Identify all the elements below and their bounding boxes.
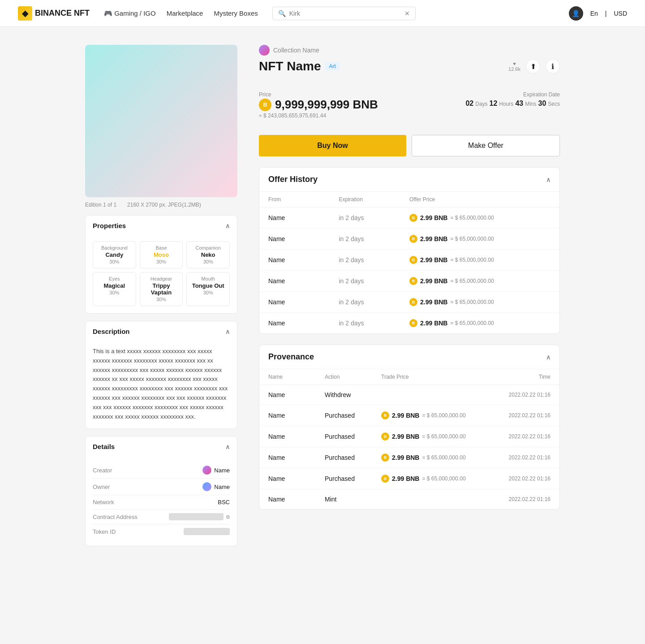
description-chevron: ∧ xyxy=(225,328,230,335)
offer-from: Name xyxy=(268,235,339,242)
offer-history-title: Offer History xyxy=(268,175,318,184)
nft-title-row: NFT Name Art ♥ 12.6k ⬆ ℹ xyxy=(259,59,560,73)
prop-rarity: 30% xyxy=(191,259,225,264)
nft-title: NFT Name xyxy=(259,59,321,73)
prov-time: 2022.02.22 01:16 xyxy=(494,496,550,502)
col-offer-price: Offer Price xyxy=(409,196,550,203)
nav-marketplace[interactable]: Marketplace xyxy=(167,9,203,17)
offer-expiration: in 2 days xyxy=(339,214,410,221)
offer-from: Name xyxy=(268,277,339,285)
description-header[interactable]: Description ∧ xyxy=(86,321,237,341)
bnb-icon-sm: B xyxy=(409,214,417,222)
nav-mystery[interactable]: Mystery Boxes xyxy=(214,9,258,17)
creator-avatar xyxy=(202,466,211,475)
prov-action: Purchased xyxy=(325,454,381,461)
search-input[interactable] xyxy=(289,10,401,17)
offer-bnb: 2.99 BNB xyxy=(420,235,447,242)
provenance-header[interactable]: Provenance ∧ xyxy=(259,345,559,369)
bnb-icon-sm: B xyxy=(409,235,417,243)
network-label: Network xyxy=(93,499,114,506)
nav-gaming[interactable]: 🎮 Gaming / IGO xyxy=(104,9,156,17)
share-button[interactable]: ⬆ xyxy=(526,59,540,73)
offer-table-body: Name in 2 days B 2.99 BNB = $ 65,000,000… xyxy=(259,207,559,333)
prov-price: B 2.99 BNB = $ 65,000,000.00 xyxy=(381,454,494,462)
prov-price: B 2.99 BNB = $ 65,000,000.00 xyxy=(381,432,494,441)
offer-row: Name in 2 days B 2.99 BNB = $ 65,000,000… xyxy=(259,207,559,229)
offer-usd: = $ 65,000,000.00 xyxy=(450,278,494,284)
network-value: BSC xyxy=(218,499,230,506)
make-offer-button[interactable]: Make Offer xyxy=(412,135,560,156)
price-section: Price B 9,999,999,999 BNB ≈ $ 243,085,65… xyxy=(259,82,560,126)
prov-col-time: Time xyxy=(494,374,550,380)
owner-avatar xyxy=(202,482,211,491)
search-bar[interactable]: 🔍 ✕ xyxy=(272,7,416,20)
prov-time: 2022.02.22 01:16 xyxy=(494,412,550,419)
days-unit: Days xyxy=(475,101,487,107)
bnb-icon-sm: B xyxy=(381,475,389,483)
provenance-row: Name Mint 2022.02.22 01:16 xyxy=(259,489,559,509)
properties-title: Properties xyxy=(93,222,126,229)
provenance-row: Name Purchased B 2.99 BNB = $ 65,000,000… xyxy=(259,426,559,447)
avatar[interactable]: 👤 xyxy=(569,6,583,21)
prov-name: Name xyxy=(268,391,325,398)
offer-from: Name xyxy=(268,298,339,306)
offer-from: Name xyxy=(268,320,339,327)
like-section[interactable]: ♥ 12.6k xyxy=(508,61,520,72)
offer-row: Name in 2 days B 2.99 BNB = $ 65,000,000… xyxy=(259,313,559,333)
offer-usd: = $ 65,000,000.00 xyxy=(450,257,494,263)
copy-icon[interactable]: ⧉ xyxy=(226,514,230,520)
offer-price: B 2.99 BNB = $ 65,000,000.00 xyxy=(409,319,550,327)
offer-price: B 2.99 BNB = $ 65,000,000.00 xyxy=(409,214,550,222)
provenance-row: Name Withdrew 2022.02.22 01:16 xyxy=(259,385,559,405)
properties-section: Properties ∧ Background Candy 30% Base M… xyxy=(85,215,237,314)
provenance-row: Name Purchased B 2.99 BNB = $ 65,000,000… xyxy=(259,447,559,468)
col-from: From xyxy=(268,196,339,203)
price-row: Price B 9,999,999,999 BNB ≈ $ 243,085,65… xyxy=(259,91,560,119)
property-item: Companion Neko 30% xyxy=(186,241,230,268)
heart-icon[interactable]: ♥ xyxy=(513,61,516,66)
buy-now-button[interactable]: Buy Now xyxy=(259,135,406,156)
buy-row: Buy Now Make Offer xyxy=(259,135,560,156)
prov-bnb: 2.99 BNB xyxy=(392,433,419,440)
more-button[interactable]: ℹ xyxy=(546,59,560,73)
collection-icon xyxy=(259,45,270,56)
prop-rarity: 30% xyxy=(98,290,131,295)
dimensions-label: 2160 X 2700 px. JPEG(1.2MB) xyxy=(127,202,201,208)
prov-price: B 2.99 BNB = $ 65,000,000.00 xyxy=(381,411,494,419)
logo[interactable]: ◆ BINANCE NFT xyxy=(18,6,90,21)
token-value[interactable]: 0xabcdef1234567 xyxy=(184,528,230,535)
language-selector[interactable]: En xyxy=(590,10,598,17)
prop-rarity: 30% xyxy=(145,259,178,264)
creator-label: Creator xyxy=(93,467,112,474)
divider: | xyxy=(605,10,607,17)
provenance-table-body: Name Withdrew 2022.02.22 01:16 Name Purc… xyxy=(259,385,559,509)
offer-price: B 2.99 BNB = $ 65,000,000.00 xyxy=(409,298,550,306)
mins-num: 43 xyxy=(515,99,523,108)
offer-usd: = $ 65,000,000.00 xyxy=(450,299,494,305)
offer-from: Name xyxy=(268,214,339,221)
properties-chevron: ∧ xyxy=(225,222,230,229)
offer-row: Name in 2 days B 2.99 BNB = $ 65,000,000… xyxy=(259,250,559,271)
prov-action: Purchased xyxy=(325,475,381,482)
prov-price: B 2.99 BNB = $ 65,000,000.00 xyxy=(381,475,494,483)
contract-value[interactable]: 0x1234567890abcdef ⧉ xyxy=(169,513,230,520)
offer-expiration: in 2 days xyxy=(339,256,410,264)
details-header[interactable]: Details ∧ xyxy=(86,437,237,457)
owner-value[interactable]: Name xyxy=(202,482,230,491)
currency-selector[interactable]: USD xyxy=(614,10,627,17)
prop-value: Neko xyxy=(191,251,225,258)
clear-search-icon[interactable]: ✕ xyxy=(404,10,410,17)
offer-bnb: 2.99 BNB xyxy=(420,298,447,306)
creator-value[interactable]: Name xyxy=(202,466,230,475)
prop-type: Companion xyxy=(191,245,225,251)
collection-name[interactable]: Collection Name xyxy=(273,47,319,54)
provenance-table-header: Name Action Trade Price Time xyxy=(259,369,559,385)
prov-action: Withdrew xyxy=(325,391,381,398)
prop-rarity: 30% xyxy=(191,290,225,295)
prov-action: Purchased xyxy=(325,412,381,419)
prop-value: Candy xyxy=(98,251,131,258)
prov-bnb: 2.99 BNB xyxy=(392,412,419,419)
properties-header[interactable]: Properties ∧ xyxy=(86,216,237,236)
prov-time: 2022.02.22 01:16 xyxy=(494,433,550,440)
offer-history-header[interactable]: Offer History ∧ xyxy=(259,168,559,191)
